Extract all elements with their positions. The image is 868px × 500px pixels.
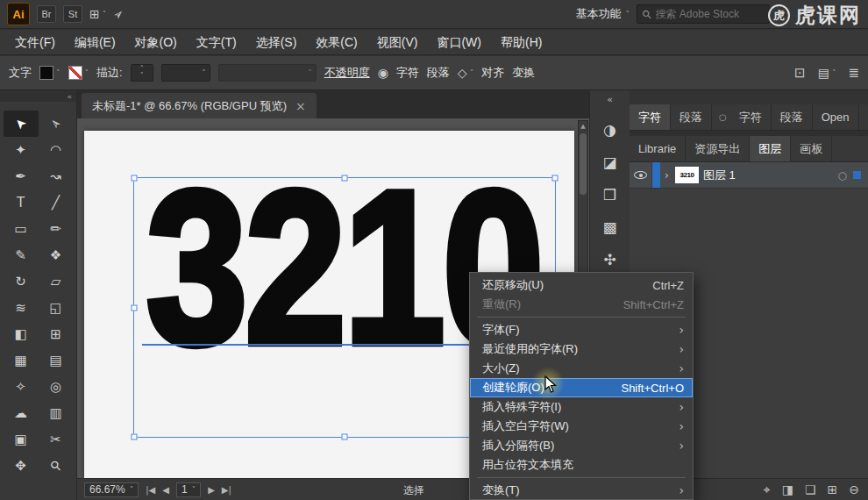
make-clipping-mask-icon[interactable]: ◨ [782,482,793,496]
context-menu-item[interactable]: 创建轮廓(O)Shift+Ctrl+O [470,378,693,397]
new-layer-icon[interactable]: ⊞ [828,482,838,496]
perspective-grid-tool[interactable]: ⊞ [39,321,74,347]
menubar-item[interactable]: 效果(C) [306,30,366,55]
layer-thumbnail[interactable]: 3210 [675,167,699,183]
selection-handle[interactable] [132,304,138,311]
line-segment-tool[interactable]: ╱ [39,189,74,216]
context-menu-item[interactable]: 字体(F)› [470,320,693,339]
mesh-tool[interactable]: ▦ [4,347,39,374]
eyedropper-tool[interactable]: ✧ [4,374,39,400]
menubar-item[interactable]: 视图(V) [367,30,428,55]
delete-layer-icon[interactable]: ⊖ [849,482,859,496]
panel-tab-字符[interactable]: 字符 [630,104,671,130]
warp-options-control[interactable]: ◇ ˅ [458,66,473,80]
curvature-tool[interactable]: ↝ [39,163,74,189]
panel-tab-段落[interactable]: 段落 [772,104,813,130]
stock-badge[interactable]: St [63,5,82,23]
gradient-panel-icon[interactable]: ◪ [602,154,616,171]
lasso-tool[interactable]: ◠ [39,137,74,163]
swatches-panel-icon[interactable]: ▩ [602,218,616,236]
layer-name[interactable]: 图层 1 [703,168,838,183]
blend-tool[interactable]: ◎ [39,374,74,400]
eye-icon[interactable] [634,171,647,179]
layer-expander-icon[interactable]: › [660,169,673,182]
menubar-item[interactable]: 编辑(E) [65,30,125,55]
menubar-item[interactable]: 文件(F) [5,30,65,55]
toolbar-collapse-chevron[interactable]: « [0,90,76,102]
context-menu-item[interactable]: 最近使用的字体(R)› [470,339,693,359]
selection-handle[interactable] [342,434,348,440]
stock-search-box[interactable]: ⚲ [637,4,770,24]
paintbrush-tool[interactable]: ✏ [39,216,74,242]
transparency-panel-icon[interactable]: ❒ [603,186,616,204]
panel-tab-画板[interactable]: 画板 [791,136,832,161]
panel-tab-Open[interactable]: Open [813,104,859,130]
artboard-tool[interactable]: ▣ [4,426,39,453]
rotate-tool[interactable]: ↻ [4,268,39,295]
dock-expand-chevron[interactable]: « [590,90,630,105]
appearance-panel-icon[interactable]: ✣ [603,251,615,268]
gpu-performance-icon[interactable]: ➢ [113,7,124,21]
paragraph-panel-link[interactable]: 段落 [427,65,450,81]
layer-selection-color-chip[interactable] [853,171,861,179]
stroke-weight-stepper[interactable]: ˄ ˅ [131,64,153,82]
page-number-dropdown[interactable]: 1 ˅ [176,482,201,497]
menubar-item[interactable]: 选择(S) [246,30,307,55]
search-input[interactable] [656,8,752,20]
selection-handle[interactable] [132,434,138,440]
zoom-tool[interactable]: ⚲ [39,453,74,479]
layer-visibility-cell[interactable] [630,162,652,188]
pencil-tool[interactable]: ✎ [4,242,39,268]
new-sublayer-icon[interactable]: ❏ [805,482,816,496]
selection-handle[interactable] [552,175,559,182]
panel-tab-段落[interactable]: 段落 [671,104,712,130]
symbol-sprayer-tool[interactable]: ☁ [4,400,39,426]
smooth-tool[interactable]: ❖ [39,242,74,268]
width-tool[interactable]: ≋ [4,295,39,321]
context-menu-item[interactable]: 大小(Z)› [470,359,693,378]
hand-tool[interactable]: ✥ [4,453,39,479]
layer-row[interactable]: › 3210 图层 1 ○ [630,162,868,189]
rectangle-tool[interactable]: ▭ [4,216,39,242]
selection-handle[interactable] [132,175,138,182]
workspace-panel-icon[interactable]: ▤ ˅ [818,66,836,80]
context-menu-item[interactable]: 用占位符文本填充 [470,455,693,475]
next-page-button[interactable]: ▶ [208,485,215,495]
selection-tool[interactable]: ➤ [4,111,39,137]
close-icon[interactable]: × [295,99,306,113]
brush-definition-dropdown[interactable]: ˅ [218,64,317,82]
column-graph-tool[interactable]: ▥ [39,400,74,426]
panel-tab-图层[interactable]: 图层 [750,136,791,161]
panel-tab-字符[interactable]: 字符 [730,104,772,130]
free-transform-tool[interactable]: ◱ [39,295,74,321]
selection-handle[interactable] [342,175,348,182]
slice-tool[interactable]: ✂ [39,426,74,453]
bridge-badge[interactable]: Br [37,5,56,23]
context-menu-item[interactable]: 插入空白字符(W)› [470,417,693,436]
document-tab[interactable]: 未标题-1* @ 66.67% (RGB/GPU 预览) × [82,93,317,118]
menubar-item[interactable]: 文字(T) [187,30,246,55]
character-panel-link[interactable]: 字符 [396,65,419,81]
scale-tool[interactable]: ▱ [39,268,74,295]
grid-settings-icon[interactable]: ⊡ [794,65,806,81]
type-tool[interactable]: T [4,189,39,216]
scroll-up-icon[interactable]: ▲ [580,121,585,130]
gradient-tool[interactable]: ▤ [39,347,74,374]
locate-object-icon[interactable]: ⌖ [764,482,771,497]
arrange-documents-icon[interactable]: ⊞ ˅ [89,7,106,21]
context-menu-item[interactable]: 还原移动(U)Ctrl+Z [470,275,693,295]
menubar-item[interactable]: 窗口(W) [427,30,491,55]
align-panel-link[interactable]: 对齐 [481,65,504,81]
recolor-artwork-icon[interactable]: ◉ [378,66,388,80]
layer-target-icon[interactable]: ○ [838,169,847,182]
workspace-switcher[interactable]: 基本功能 ˅ [576,6,630,22]
stepper-down-icon[interactable]: ˅ [140,73,144,80]
stroke-weight-dropdown[interactable]: ˅ [161,64,210,82]
context-menu-item[interactable]: 插入分隔符(B)› [470,436,693,455]
context-menu-item[interactable]: 变换(T)› [470,481,693,500]
fill-color-control[interactable]: ˅ [39,66,60,80]
scrollbar-thumb[interactable] [580,133,587,195]
direct-selection-tool[interactable]: ➢ [39,111,74,137]
stroke-color-control[interactable]: ˅ [68,66,89,80]
menubar-item[interactable]: 帮助(H) [491,30,551,55]
